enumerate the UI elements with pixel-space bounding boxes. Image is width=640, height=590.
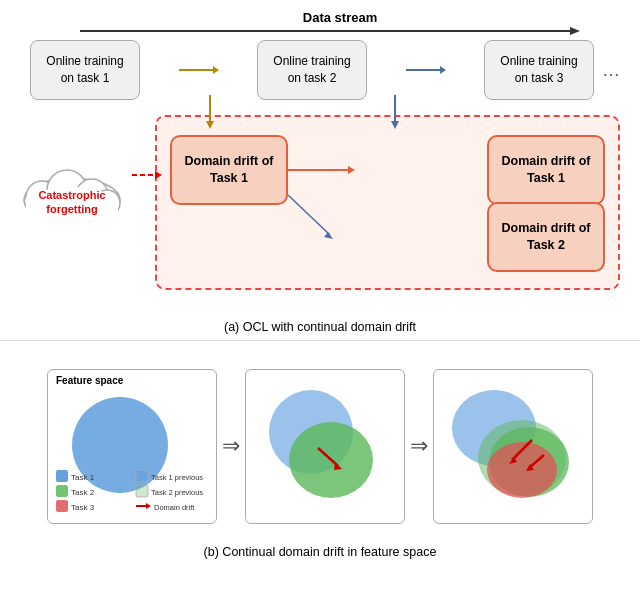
svg-rect-26 (56, 470, 68, 482)
diagram-1: Feature space Task 1 Task 2 Task 3 Task … (47, 369, 217, 524)
svg-text:Domain drift: Domain drift (154, 503, 195, 512)
svg-rect-28 (56, 485, 68, 497)
diagram-2 (245, 369, 405, 524)
task-box-2: Online training on task 2 (257, 40, 367, 100)
svg-rect-34 (136, 485, 148, 497)
bottom-caption: (b) Continual domain drift in feature sp… (0, 545, 640, 559)
svg-text:Task 1: Task 1 (71, 473, 95, 482)
task-box-1: Online training on task 1 (30, 40, 140, 100)
domain-drift-box-3: Domain drift of Task 2 (487, 202, 605, 272)
top-caption: (a) OCL with continual domain drift (0, 320, 640, 334)
svg-text:Catastrophic: Catastrophic (38, 189, 105, 201)
svg-marker-5 (440, 66, 446, 74)
arrow-task1-task2 (140, 63, 257, 77)
domain-boxes: Domain drift of Task 1 Domain drift of T… (155, 115, 620, 290)
svg-rect-30 (56, 500, 68, 512)
ellipsis: … (602, 60, 620, 81)
arrow-1-to-2: ⇒ (222, 433, 240, 459)
data-stream-container: Data stream (80, 8, 600, 36)
data-stream-arrow-svg (80, 26, 580, 36)
svg-marker-37 (146, 503, 151, 509)
svg-rect-32 (136, 470, 148, 482)
catastrophic-forgetting-cloud: Catastrophic forgetting (12, 155, 132, 230)
svg-text:Task 2: Task 2 (71, 488, 95, 497)
domain-drift-box-2: Domain drift of Task 1 (487, 135, 605, 205)
svg-text:Task 3: Task 3 (71, 503, 95, 512)
svg-text:Task 1 previous: Task 1 previous (151, 473, 203, 482)
arrow-2-to-3: ⇒ (410, 433, 428, 459)
domain-drift-box-1: Domain drift of Task 1 (170, 135, 288, 205)
svg-marker-1 (570, 27, 580, 35)
svg-text:Task 2 previous: Task 2 previous (151, 488, 203, 497)
data-stream-label: Data stream (303, 10, 377, 25)
bottom-section: Feature space Task 1 Task 2 Task 3 Task … (0, 340, 640, 590)
top-section: Data stream Online training on task 1 On… (0, 0, 640, 340)
task-boxes-row: Online training on task 1 Online trainin… (30, 40, 620, 100)
diagram-3 (433, 369, 593, 524)
arrow-task2-task3 (367, 63, 484, 77)
svg-text:forgetting: forgetting (46, 203, 97, 215)
bottom-diagrams: Feature space Task 1 Task 2 Task 3 Task … (0, 341, 640, 541)
svg-marker-3 (213, 66, 219, 74)
task-box-3: Online training on task 3 (484, 40, 594, 100)
